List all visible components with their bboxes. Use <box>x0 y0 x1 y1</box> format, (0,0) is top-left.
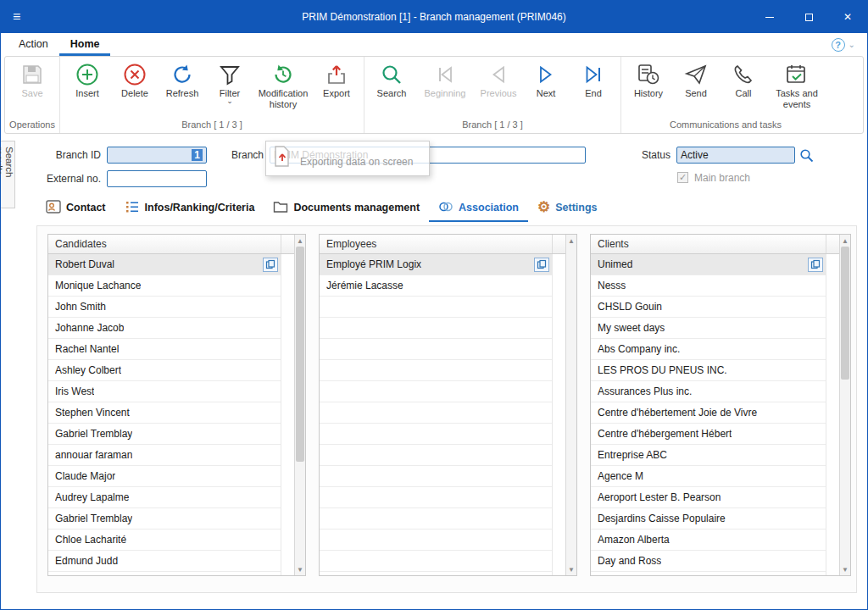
list-item[interactable]: Desjardins Caisse Populaire <box>591 508 826 530</box>
list-item[interactable]: Gabriel Tremblay <box>48 508 281 530</box>
list-item[interactable] <box>320 530 552 551</box>
list-item[interactable]: Audrey Lapalme <box>48 487 281 508</box>
list-item[interactable] <box>320 551 552 572</box>
external-no-input[interactable] <box>107 170 207 187</box>
list-item[interactable] <box>320 466 552 487</box>
list-item[interactable]: Aeroport Lester B. Pearson <box>591 487 826 508</box>
list-item[interactable]: Centre d'hébertement Joie de Vivre <box>591 402 826 424</box>
list-item[interactable]: My sweet days <box>591 318 826 339</box>
previous-label: Previous <box>481 88 517 99</box>
list-item[interactable]: Edmund Judd <box>48 551 281 572</box>
list-item[interactable]: Robert Duval <box>48 254 281 275</box>
list-item[interactable] <box>320 297 552 318</box>
row-detail-button[interactable] <box>263 258 278 272</box>
list-item[interactable]: Day and Ross <box>591 551 826 572</box>
list-item[interactable]: Amazon Alberta <box>591 530 826 551</box>
status-search-icon[interactable] <box>799 148 814 166</box>
list-item[interactable] <box>320 402 552 424</box>
delete-button[interactable]: Delete <box>111 58 159 99</box>
list-item[interactable]: Unimed <box>591 254 826 275</box>
main-branch-checkbox[interactable]: ✓ <box>677 172 688 183</box>
export-button[interactable]: Export <box>313 58 360 99</box>
list-item[interactable] <box>320 360 552 381</box>
list-item[interactable]: Abs Company inc. <box>591 339 826 360</box>
call-button[interactable]: Call <box>720 58 767 99</box>
list-item[interactable] <box>320 487 552 508</box>
list-item[interactable] <box>320 424 552 445</box>
candidates-scrollbar[interactable]: ▲ ▼ <box>294 235 305 575</box>
list-item[interactable]: Iris West <box>48 381 281 402</box>
tab-documents-management[interactable]: Documents management <box>264 195 429 222</box>
list-item[interactable]: Jérémie Lacasse <box>320 275 552 297</box>
tab-association[interactable]: Association <box>429 195 528 222</box>
list-item[interactable]: Claude Major <box>48 466 281 487</box>
candidates-column-header[interactable]: Candidates <box>48 235 281 253</box>
branch-id-input[interactable]: 1 <box>107 147 207 164</box>
help-icon[interactable]: ? <box>832 38 845 52</box>
list-item[interactable]: Chloe Lacharité <box>48 530 281 551</box>
employees-column-header[interactable]: Employees <box>320 235 552 253</box>
history-button[interactable]: History <box>625 58 672 99</box>
list-item[interactable]: Assurances Plus inc. <box>591 381 826 402</box>
list-item[interactable]: Johanne Jacob <box>48 318 281 339</box>
list-item[interactable]: Employé PRIM Logix <box>320 254 552 275</box>
modification-history-button[interactable]: Modification history <box>253 58 313 109</box>
app-menu-icon[interactable]: ≡ <box>13 9 20 25</box>
scroll-down-icon[interactable]: ▼ <box>295 563 306 575</box>
list-item[interactable] <box>320 445 552 466</box>
beginning-button[interactable]: Beginning <box>415 58 475 99</box>
list-item[interactable]: Agence M <box>591 466 826 487</box>
tab-settings-label: Settings <box>555 202 597 214</box>
list-item[interactable]: Rachel Nantel <box>48 339 281 360</box>
scroll-up-icon[interactable]: ▲ <box>840 235 851 247</box>
status-input[interactable]: Active <box>676 147 795 164</box>
scrollbar-thumb[interactable] <box>296 247 304 462</box>
close-button[interactable]: ✕ <box>828 1 867 33</box>
list-item[interactable]: CHSLD Gouin <box>591 297 826 318</box>
search-button[interactable]: Search <box>368 58 415 99</box>
list-item[interactable]: Ashley Colbert <box>48 360 281 381</box>
menu-action[interactable]: Action <box>8 33 59 56</box>
list-item[interactable]: LES PROS DU PNEUS INC. <box>591 360 826 381</box>
list-item-label: CHSLD Gouin <box>598 301 662 313</box>
row-detail-button[interactable] <box>808 258 823 272</box>
list-item[interactable]: Monique Lachance <box>48 275 281 297</box>
clients-column-header[interactable]: Clients <box>591 235 826 253</box>
list-item[interactable] <box>320 508 552 530</box>
save-button[interactable]: Save <box>8 58 56 99</box>
maximize-button[interactable] <box>789 1 828 33</box>
minimize-button[interactable] <box>750 1 789 33</box>
scroll-up-icon[interactable]: ▲ <box>295 235 306 247</box>
end-button[interactable]: End <box>570 58 617 99</box>
scroll-up-icon[interactable]: ▲ <box>566 235 577 247</box>
list-item[interactable]: annouar faraman <box>48 445 281 466</box>
list-item[interactable]: Stephen Vincent <box>48 402 281 424</box>
previous-button[interactable]: Previous <box>475 58 522 99</box>
row-detail-button[interactable] <box>534 258 549 272</box>
chevron-down-icon[interactable]: ⌄ <box>849 42 855 48</box>
list-item[interactable]: Entreprise ABC <box>591 445 826 466</box>
list-item[interactable] <box>320 318 552 339</box>
tab-settings[interactable]: ⚙ Settings <box>528 195 607 222</box>
list-item[interactable]: John Smith <box>48 297 281 318</box>
insert-button[interactable]: Insert <box>64 58 111 99</box>
list-item[interactable]: Gabriel Tremblay <box>48 424 281 445</box>
list-item[interactable]: Centre d'hébergement Hébert <box>591 424 826 445</box>
tab-contact[interactable]: Contact <box>36 195 115 222</box>
send-button[interactable]: Send <box>672 58 720 99</box>
tab-infos-ranking-criteria[interactable]: Infos/Ranking/Criteria <box>115 195 264 222</box>
scrollbar-thumb[interactable] <box>841 247 849 380</box>
menu-home[interactable]: Home <box>59 33 111 56</box>
refresh-button[interactable]: Refresh <box>159 58 206 99</box>
next-button[interactable]: Next <box>522 58 570 99</box>
list-item[interactable] <box>320 339 552 360</box>
clients-scrollbar[interactable]: ▲ ▼ <box>839 235 850 575</box>
tasks-events-button[interactable]: Tasks and events <box>767 58 826 109</box>
group-label-branch-edit: Branch [ 1 / 3 ] <box>64 119 360 133</box>
scroll-down-icon[interactable]: ▼ <box>840 563 851 575</box>
list-item[interactable] <box>320 381 552 402</box>
filter-button[interactable]: Filter ⌄ <box>206 58 253 103</box>
list-item[interactable]: Nesss <box>591 275 826 297</box>
scroll-down-icon[interactable]: ▼ <box>566 563 577 575</box>
employees-scrollbar[interactable]: ▲ ▼ <box>565 235 576 575</box>
